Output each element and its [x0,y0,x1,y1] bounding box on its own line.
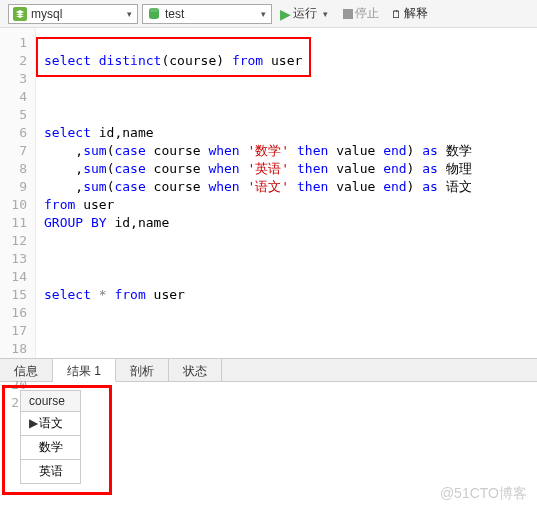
run-label: 运行 [293,5,317,22]
run-button[interactable]: ▶ 运行 ▾ [276,3,335,24]
connection-dropdown[interactable]: mysql ▾ [8,4,138,24]
table-row[interactable]: 英语 [21,460,81,484]
chevron-down-icon: ▾ [257,8,269,20]
results-pane: course ▶语文 数学 英语 [0,382,537,495]
tab-profile[interactable]: 剖析 [116,359,169,381]
row-marker-icon: ▶ [29,416,39,430]
code-line: select * from user [44,286,529,304]
toolbar: mysql ▾ test ▾ ▶ 运行 ▾ 停止 🗒 解释 [0,0,537,28]
chevron-down-icon: ▾ [319,8,331,20]
result-tabs: 信息 结果 1 剖析 状态 [0,358,537,382]
code-line: GROUP BY id,name [44,214,529,232]
explain-icon: 🗒 [391,8,402,20]
mysql-icon [13,7,27,21]
explain-label: 解释 [404,5,428,22]
code-line: ,sum(case course when '语文' then value en… [44,178,529,196]
tab-result[interactable]: 结果 1 [53,359,116,382]
watermark: @51CTO博客 [440,485,527,503]
svg-point-1 [149,8,159,12]
play-icon: ▶ [280,6,291,22]
tab-info[interactable]: 信息 [0,359,53,381]
result-table[interactable]: course ▶语文 数学 英语 [20,390,81,484]
connection-text: mysql [31,7,119,21]
stop-icon [343,9,353,19]
explain-button[interactable]: 🗒 解释 [387,3,432,24]
table-row[interactable]: ▶语文 [21,412,81,436]
tab-status[interactable]: 状态 [169,359,222,381]
code-line: select distinct(course) from user [44,52,529,70]
database-text: test [165,7,253,21]
chevron-down-icon: ▾ [123,8,135,20]
database-icon [147,7,161,21]
code-line: ,sum(case course when '英语' then value en… [44,160,529,178]
sql-editor[interactable]: 123456789101112131415161718192021 select… [0,28,537,358]
code-line: select id,name [44,124,529,142]
code-line: from user [44,196,529,214]
database-dropdown[interactable]: test ▾ [142,4,272,24]
stop-label: 停止 [355,5,379,22]
code-area[interactable]: select distinct(course) from user select… [36,28,537,358]
column-header[interactable]: course [21,391,81,412]
code-line: ,sum(case course when '数学' then value en… [44,142,529,160]
table-row[interactable]: 数学 [21,436,81,460]
stop-button[interactable]: 停止 [339,3,383,24]
line-gutter: 123456789101112131415161718192021 [0,28,36,358]
